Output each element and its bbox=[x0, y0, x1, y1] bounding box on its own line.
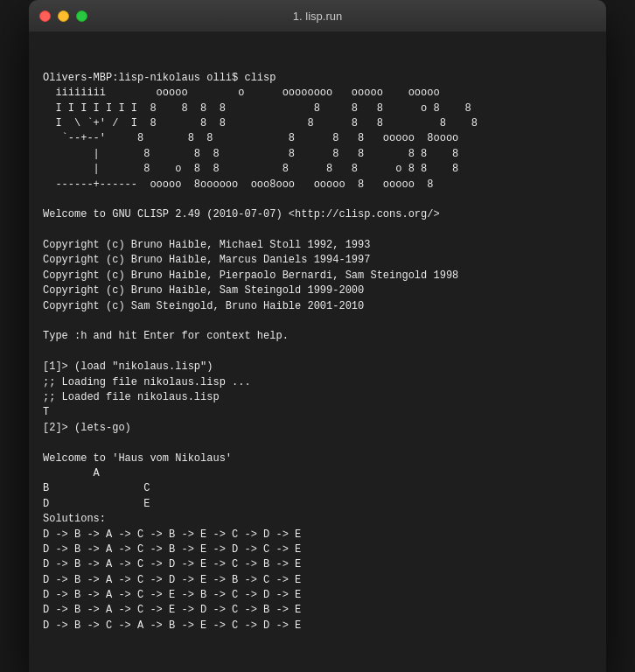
minimize-button[interactable] bbox=[58, 10, 69, 22]
terminal-window: 1. lisp.run Olivers-MBP:lisp-nikolaus ol… bbox=[29, 0, 606, 672]
terminal-output: Olivers-MBP:lisp-nikolaus olli$ clisp ii… bbox=[43, 71, 592, 634]
window-title: 1. lisp.run bbox=[293, 10, 342, 23]
close-button[interactable] bbox=[39, 10, 51, 22]
terminal-body[interactable]: Olivers-MBP:lisp-nikolaus olli$ clisp ii… bbox=[29, 32, 606, 672]
maximize-button[interactable] bbox=[76, 10, 87, 22]
titlebar: 1. lisp.run bbox=[29, 0, 606, 32]
traffic-lights bbox=[39, 10, 87, 22]
